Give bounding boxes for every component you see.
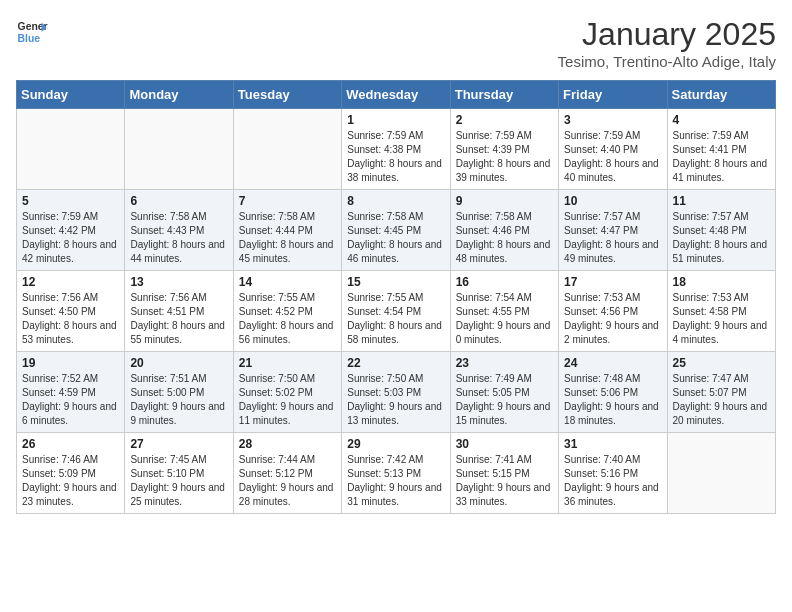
calendar-cell: 6Sunrise: 7:58 AM Sunset: 4:43 PM Daylig… <box>125 190 233 271</box>
day-info: Sunrise: 7:53 AM Sunset: 4:58 PM Dayligh… <box>673 291 770 347</box>
day-info: Sunrise: 7:59 AM Sunset: 4:38 PM Dayligh… <box>347 129 444 185</box>
calendar-cell <box>667 433 775 514</box>
day-info: Sunrise: 7:59 AM Sunset: 4:40 PM Dayligh… <box>564 129 661 185</box>
day-number: 30 <box>456 437 553 451</box>
calendar-cell: 24Sunrise: 7:48 AM Sunset: 5:06 PM Dayli… <box>559 352 667 433</box>
day-number: 22 <box>347 356 444 370</box>
calendar-table: SundayMondayTuesdayWednesdayThursdayFrid… <box>16 80 776 514</box>
calendar-cell: 30Sunrise: 7:41 AM Sunset: 5:15 PM Dayli… <box>450 433 558 514</box>
calendar-cell: 22Sunrise: 7:50 AM Sunset: 5:03 PM Dayli… <box>342 352 450 433</box>
day-number: 9 <box>456 194 553 208</box>
day-info: Sunrise: 7:59 AM Sunset: 4:41 PM Dayligh… <box>673 129 770 185</box>
day-info: Sunrise: 7:56 AM Sunset: 4:50 PM Dayligh… <box>22 291 119 347</box>
day-number: 7 <box>239 194 336 208</box>
day-number: 26 <box>22 437 119 451</box>
calendar-cell: 11Sunrise: 7:57 AM Sunset: 4:48 PM Dayli… <box>667 190 775 271</box>
day-number: 29 <box>347 437 444 451</box>
calendar-cell: 13Sunrise: 7:56 AM Sunset: 4:51 PM Dayli… <box>125 271 233 352</box>
day-number: 18 <box>673 275 770 289</box>
day-info: Sunrise: 7:48 AM Sunset: 5:06 PM Dayligh… <box>564 372 661 428</box>
day-info: Sunrise: 7:58 AM Sunset: 4:45 PM Dayligh… <box>347 210 444 266</box>
calendar-cell <box>233 109 341 190</box>
page-header: General Blue January 2025 Tesimo, Trenti… <box>16 16 776 70</box>
day-number: 8 <box>347 194 444 208</box>
day-number: 21 <box>239 356 336 370</box>
day-number: 23 <box>456 356 553 370</box>
calendar-cell: 28Sunrise: 7:44 AM Sunset: 5:12 PM Dayli… <box>233 433 341 514</box>
calendar-cell: 27Sunrise: 7:45 AM Sunset: 5:10 PM Dayli… <box>125 433 233 514</box>
weekday-header-friday: Friday <box>559 81 667 109</box>
weekday-header-saturday: Saturday <box>667 81 775 109</box>
calendar-cell: 10Sunrise: 7:57 AM Sunset: 4:47 PM Dayli… <box>559 190 667 271</box>
calendar-cell: 26Sunrise: 7:46 AM Sunset: 5:09 PM Dayli… <box>17 433 125 514</box>
calendar-cell: 23Sunrise: 7:49 AM Sunset: 5:05 PM Dayli… <box>450 352 558 433</box>
day-number: 3 <box>564 113 661 127</box>
calendar-cell: 29Sunrise: 7:42 AM Sunset: 5:13 PM Dayli… <box>342 433 450 514</box>
calendar-cell: 19Sunrise: 7:52 AM Sunset: 4:59 PM Dayli… <box>17 352 125 433</box>
weekday-header-sunday: Sunday <box>17 81 125 109</box>
logo-icon: General Blue <box>16 16 48 48</box>
day-number: 20 <box>130 356 227 370</box>
week-row-3: 12Sunrise: 7:56 AM Sunset: 4:50 PM Dayli… <box>17 271 776 352</box>
calendar-cell: 2Sunrise: 7:59 AM Sunset: 4:39 PM Daylig… <box>450 109 558 190</box>
day-number: 2 <box>456 113 553 127</box>
calendar-cell <box>125 109 233 190</box>
day-number: 6 <box>130 194 227 208</box>
day-number: 4 <box>673 113 770 127</box>
calendar-cell: 17Sunrise: 7:53 AM Sunset: 4:56 PM Dayli… <box>559 271 667 352</box>
day-info: Sunrise: 7:51 AM Sunset: 5:00 PM Dayligh… <box>130 372 227 428</box>
calendar-cell: 20Sunrise: 7:51 AM Sunset: 5:00 PM Dayli… <box>125 352 233 433</box>
day-info: Sunrise: 7:53 AM Sunset: 4:56 PM Dayligh… <box>564 291 661 347</box>
calendar-cell <box>17 109 125 190</box>
day-info: Sunrise: 7:50 AM Sunset: 5:03 PM Dayligh… <box>347 372 444 428</box>
day-number: 1 <box>347 113 444 127</box>
calendar-cell: 18Sunrise: 7:53 AM Sunset: 4:58 PM Dayli… <box>667 271 775 352</box>
day-info: Sunrise: 7:55 AM Sunset: 4:54 PM Dayligh… <box>347 291 444 347</box>
logo: General Blue <box>16 16 48 48</box>
weekday-header-row: SundayMondayTuesdayWednesdayThursdayFrid… <box>17 81 776 109</box>
day-number: 19 <box>22 356 119 370</box>
day-number: 31 <box>564 437 661 451</box>
month-year-title: January 2025 <box>558 16 776 53</box>
calendar-cell: 16Sunrise: 7:54 AM Sunset: 4:55 PM Dayli… <box>450 271 558 352</box>
day-info: Sunrise: 7:52 AM Sunset: 4:59 PM Dayligh… <box>22 372 119 428</box>
day-info: Sunrise: 7:49 AM Sunset: 5:05 PM Dayligh… <box>456 372 553 428</box>
day-info: Sunrise: 7:59 AM Sunset: 4:39 PM Dayligh… <box>456 129 553 185</box>
day-info: Sunrise: 7:41 AM Sunset: 5:15 PM Dayligh… <box>456 453 553 509</box>
day-info: Sunrise: 7:54 AM Sunset: 4:55 PM Dayligh… <box>456 291 553 347</box>
day-number: 13 <box>130 275 227 289</box>
day-number: 15 <box>347 275 444 289</box>
calendar-cell: 3Sunrise: 7:59 AM Sunset: 4:40 PM Daylig… <box>559 109 667 190</box>
day-info: Sunrise: 7:47 AM Sunset: 5:07 PM Dayligh… <box>673 372 770 428</box>
day-info: Sunrise: 7:44 AM Sunset: 5:12 PM Dayligh… <box>239 453 336 509</box>
day-info: Sunrise: 7:57 AM Sunset: 4:48 PM Dayligh… <box>673 210 770 266</box>
calendar-cell: 8Sunrise: 7:58 AM Sunset: 4:45 PM Daylig… <box>342 190 450 271</box>
day-number: 24 <box>564 356 661 370</box>
day-info: Sunrise: 7:57 AM Sunset: 4:47 PM Dayligh… <box>564 210 661 266</box>
week-row-2: 5Sunrise: 7:59 AM Sunset: 4:42 PM Daylig… <box>17 190 776 271</box>
calendar-cell: 31Sunrise: 7:40 AM Sunset: 5:16 PM Dayli… <box>559 433 667 514</box>
day-number: 27 <box>130 437 227 451</box>
calendar-cell: 1Sunrise: 7:59 AM Sunset: 4:38 PM Daylig… <box>342 109 450 190</box>
calendar-cell: 21Sunrise: 7:50 AM Sunset: 5:02 PM Dayli… <box>233 352 341 433</box>
weekday-header-monday: Monday <box>125 81 233 109</box>
calendar-cell: 9Sunrise: 7:58 AM Sunset: 4:46 PM Daylig… <box>450 190 558 271</box>
day-info: Sunrise: 7:59 AM Sunset: 4:42 PM Dayligh… <box>22 210 119 266</box>
calendar-cell: 14Sunrise: 7:55 AM Sunset: 4:52 PM Dayli… <box>233 271 341 352</box>
weekday-header-tuesday: Tuesday <box>233 81 341 109</box>
weekday-header-wednesday: Wednesday <box>342 81 450 109</box>
day-number: 10 <box>564 194 661 208</box>
day-info: Sunrise: 7:40 AM Sunset: 5:16 PM Dayligh… <box>564 453 661 509</box>
calendar-cell: 25Sunrise: 7:47 AM Sunset: 5:07 PM Dayli… <box>667 352 775 433</box>
day-info: Sunrise: 7:50 AM Sunset: 5:02 PM Dayligh… <box>239 372 336 428</box>
day-info: Sunrise: 7:45 AM Sunset: 5:10 PM Dayligh… <box>130 453 227 509</box>
calendar-cell: 7Sunrise: 7:58 AM Sunset: 4:44 PM Daylig… <box>233 190 341 271</box>
day-info: Sunrise: 7:56 AM Sunset: 4:51 PM Dayligh… <box>130 291 227 347</box>
day-number: 28 <box>239 437 336 451</box>
day-info: Sunrise: 7:46 AM Sunset: 5:09 PM Dayligh… <box>22 453 119 509</box>
day-number: 25 <box>673 356 770 370</box>
svg-text:Blue: Blue <box>18 33 41 44</box>
day-info: Sunrise: 7:42 AM Sunset: 5:13 PM Dayligh… <box>347 453 444 509</box>
day-number: 11 <box>673 194 770 208</box>
location-subtitle: Tesimo, Trentino-Alto Adige, Italy <box>558 53 776 70</box>
